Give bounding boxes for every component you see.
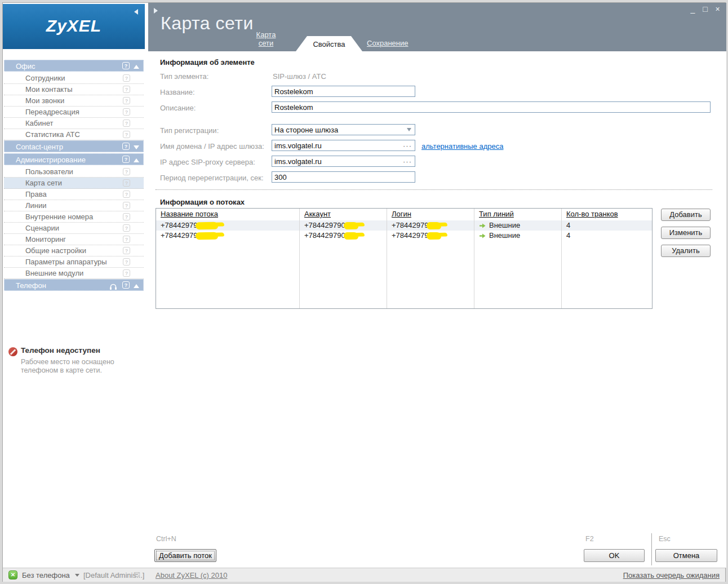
help-icon[interactable]: ?: [123, 97, 130, 104]
sidebar-item-Статистика АТС[interactable]: Статистика АТС?: [4, 129, 144, 140]
browse-proxy-icon[interactable]: ···: [403, 157, 412, 166]
sidebar-item-Мои звонки[interactable]: Мои звонки?: [4, 95, 144, 107]
sidebar-item-label: Мониторинг: [25, 235, 66, 244]
help-icon[interactable]: ?: [123, 258, 130, 266]
phone-mode-selector[interactable]: Без телефона: [22, 571, 70, 579]
sidebar-item-Карта сети[interactable]: Карта сети?: [4, 178, 144, 189]
domain-input[interactable]: ims.volgatel.ru ···: [272, 140, 415, 151]
about-link[interactable]: About ZyXEL (c) 2010: [156, 571, 227, 579]
trunk-count-cell[interactable]: 4: [562, 220, 652, 231]
sidebar-item-Линии[interactable]: Линии?: [4, 200, 144, 211]
help-icon[interactable]: ?: [122, 143, 130, 150]
minimize-button[interactable]: _: [689, 5, 697, 14]
registration-type-select[interactable]: На стороне шлюза: [272, 124, 415, 135]
proxy-input[interactable]: ims.volgatel.ru ···: [272, 156, 415, 167]
help-icon[interactable]: ?: [123, 224, 130, 232]
sidebar-item-Сотрудники[interactable]: Сотрудники?: [4, 73, 144, 84]
show-wait-queue-link[interactable]: Показать очередь ожидания: [623, 571, 720, 579]
add-button[interactable]: Добавить: [661, 209, 711, 221]
rereg-period-input[interactable]: 300: [272, 171, 415, 183]
sidebar-item-Общие настройки[interactable]: Общие настройки?: [4, 245, 144, 256]
help-icon[interactable]: ?: [122, 156, 130, 163]
collapse-sidebar-icon[interactable]: [134, 9, 138, 15]
sidebar-item-label: Внутренние номера: [25, 213, 93, 221]
help-icon[interactable]: ?: [123, 74, 130, 82]
help-icon[interactable]: ?: [123, 120, 130, 127]
name-input[interactable]: Rostelekom: [272, 86, 415, 97]
add-stream-button[interactable]: Добавить поток: [154, 549, 216, 562]
sidebar-item-Внутренние номера[interactable]: Внутренние номера?: [4, 211, 144, 223]
account-cell[interactable]: +784429790: [300, 231, 387, 241]
sidebar-item-Параметры аппаратуры[interactable]: Параметры аппаратуры?: [4, 256, 144, 268]
page-title: Карта сети: [161, 13, 254, 34]
help-icon[interactable]: ?: [123, 86, 130, 93]
chevron-up-icon: [134, 284, 139, 288]
header: Карта сети _ □ × Карта сети Свойства Сох…: [148, 3, 726, 51]
help-icon[interactable]: ?: [123, 213, 130, 220]
column-header-label[interactable]: Аккаунт: [304, 210, 331, 218]
column-header-label[interactable]: Кол-во транков: [566, 210, 618, 218]
edit-button[interactable]: Изменить: [661, 227, 711, 239]
sidebar-section-Администрирование[interactable]: Администрирование?: [4, 153, 144, 165]
sidebar-section-Телефон[interactable]: Телефон?: [4, 279, 144, 291]
trunk-count-cell[interactable]: 4: [562, 231, 652, 241]
column-header-label[interactable]: Название потока: [161, 210, 218, 218]
tab-save[interactable]: Сохранение: [367, 39, 404, 47]
tab-network-map[interactable]: Карта сети: [248, 30, 283, 47]
help-icon[interactable]: ?: [123, 236, 130, 243]
column-header-2: Аккаунт: [300, 209, 387, 220]
help-icon[interactable]: ?: [123, 179, 130, 187]
sidebar-item-Кабинет[interactable]: Кабинет?: [4, 118, 144, 129]
phone-mode-dropdown-icon[interactable]: [75, 574, 79, 577]
ok-button[interactable]: OK: [584, 549, 645, 562]
status-green-icon[interactable]: ✕: [8, 570, 17, 579]
delete-button[interactable]: Удалить: [661, 245, 711, 257]
help-icon[interactable]: ?: [123, 191, 130, 198]
line-type-cell[interactable]: Внешние: [474, 231, 562, 241]
stream-name-cell[interactable]: +78442979: [156, 220, 300, 231]
help-icon[interactable]: ?: [123, 202, 130, 209]
sidebar-item-Мониторинг[interactable]: Мониторинг?: [4, 234, 144, 245]
stream-name-cell[interactable]: +78442979: [156, 231, 300, 241]
censor-mark: [344, 232, 358, 240]
help-icon[interactable]: ?: [123, 131, 130, 138]
cancel-button[interactable]: Отмена: [655, 549, 717, 562]
element-type-value: SIP-шлюз / АТС: [273, 72, 326, 81]
sidebar-item-label: Параметры аппаратуры: [25, 258, 107, 266]
sidebar-item-Права[interactable]: Права?: [4, 189, 144, 200]
sidebar-item-label: Переадресация: [25, 108, 79, 116]
close-button[interactable]: ×: [713, 5, 722, 14]
sidebar-item-Мои контакты[interactable]: Мои контакты?: [4, 84, 144, 95]
mail-icon[interactable]: ✉: [134, 570, 140, 579]
sidebar-item-Пользователи[interactable]: Пользователи?: [4, 166, 144, 178]
alternative-addresses-link[interactable]: альтернативные адреса: [421, 142, 503, 151]
sidebar-section-Офис[interactable]: Офис?: [4, 60, 144, 72]
table-empty-area: [562, 241, 652, 308]
name-label: Название:: [160, 88, 195, 96]
help-icon[interactable]: ?: [122, 62, 130, 69]
window-controls: _ □ ×: [689, 5, 722, 14]
account-cell[interactable]: +784429790: [300, 220, 387, 231]
login-cell[interactable]: +78442979: [387, 231, 474, 241]
maximize-button[interactable]: □: [701, 5, 709, 14]
sidebar-item-Внешние модули[interactable]: Внешние модули?: [4, 268, 144, 279]
expand-panel-icon[interactable]: [154, 8, 158, 14]
help-icon[interactable]: ?: [123, 247, 130, 254]
add-stream-hotkey: Ctrl+N: [156, 535, 176, 543]
help-icon[interactable]: ?: [122, 281, 130, 289]
login-cell[interactable]: +78442979: [387, 220, 474, 231]
browse-domain-icon[interactable]: ···: [403, 141, 412, 150]
description-input[interactable]: Rostelekom: [272, 101, 711, 113]
help-icon[interactable]: ?: [123, 108, 130, 116]
line-type-cell[interactable]: Внешние: [474, 220, 562, 231]
element-type-label: Тип элемента:: [160, 72, 208, 81]
sidebar-item-Сценарии[interactable]: Сценарии?: [4, 223, 144, 234]
column-header-label[interactable]: Тип линий: [479, 210, 514, 218]
sidebar-item-Переадресация[interactable]: Переадресация?: [4, 107, 144, 118]
chevron-down-icon: [134, 145, 139, 149]
sidebar-section-Contact-центр[interactable]: Contact-центр?: [4, 140, 144, 152]
help-icon[interactable]: ?: [123, 168, 130, 175]
tab-properties[interactable]: Свойства: [296, 36, 362, 51]
column-header-label[interactable]: Логин: [392, 210, 411, 218]
help-icon[interactable]: ?: [123, 269, 130, 277]
